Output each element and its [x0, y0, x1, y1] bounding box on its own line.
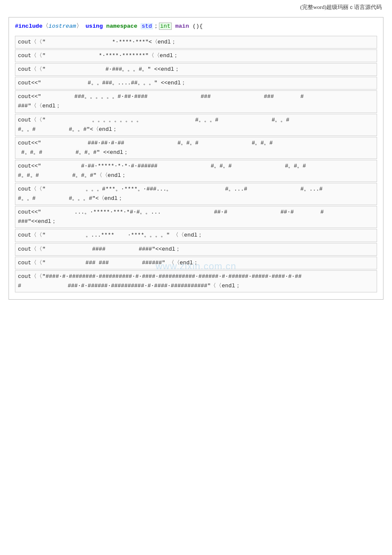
code-line-2: cout〈〈" *·****·*******"〈〈endl； — [15, 49, 377, 62]
code-line-6: cout〈〈" 。。。。。。。。。 #。。。# #。。##。。# #。。#"<〈… — [15, 114, 377, 136]
keyword-iostream: iostream — [49, 23, 76, 29]
keyword-using: using — [86, 23, 103, 29]
keyword-std: std — [141, 23, 153, 29]
code-line-3: cout〈〈" #·###。。。#。" <<endl； — [15, 63, 377, 76]
code-line-5: cout<<" ###。。。。。。#·##·#### ### ### ####"… — [15, 90, 377, 113]
code-line-13: cout〈〈" ### ### ######" 〈〈endl； — [15, 257, 377, 269]
code-line-8: cout<<" #·##·*****·*·*·#·###### #。#。# #。… — [15, 160, 377, 182]
code-line-11: cout〈〈" 。...**** ·****。。。。" 〈〈endl； — [15, 229, 377, 242]
code-line-14: cout〈〈"####·#·########·##########·#·####… — [15, 270, 377, 292]
page-title: (完整word)超级玛丽ｃ语言源代码 — [0, 0, 392, 13]
code-line-1: cout〈〈" *·****·***"<〈endl； — [15, 36, 377, 49]
code-line-9: cout〈〈" 。。。#***。·****。·###...。 #。...# #。… — [15, 183, 377, 205]
code-line-4: cout<<" #。。###。....##。。。" <<endl； — [15, 77, 377, 90]
keyword-main: main — [175, 23, 189, 29]
page: www.zixin.com.cn (完整word)超级玛丽ｃ语言源代码 #inc… — [0, 0, 392, 555]
keyword-namespace: namespace — [106, 23, 137, 29]
code-line-12: cout〈〈" #### ####"<<endl； — [15, 243, 377, 256]
code-line-10: cout<<" ...。·*****·***·*#·#。。... ##·# ##… — [15, 206, 377, 228]
keyword-include: #include — [15, 23, 43, 29]
keyword-int: int — [159, 23, 172, 30]
code-area: #include〈iostream〉 using namespace std；i… — [9, 17, 383, 300]
include-line: #include〈iostream〉 using namespace std；i… — [15, 22, 377, 32]
code-line-7: cout<<" ###·##·#·## #。#。# #。#。# #。#。# #。… — [15, 137, 377, 159]
